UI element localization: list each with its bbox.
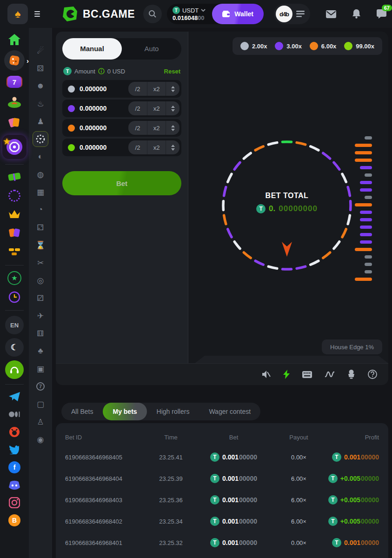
- step-down-icon[interactable]: [171, 109, 175, 112]
- bcgame-logo[interactable]: BC.GAME: [61, 6, 135, 22]
- sidebar-item-live-casino[interactable]: [0, 92, 29, 112]
- step-up-icon[interactable]: [171, 86, 175, 88]
- game-item-blackjack[interactable]: ♣: [29, 342, 52, 360]
- bet-history-row[interactable]: 6190668364696840423.25.39T0.001000006.00…: [65, 468, 379, 489]
- bet-history-row[interactable]: 6190668364696840323.25.36T0.001000006.00…: [65, 489, 379, 511]
- bets-tab-my-bets[interactable]: My bets: [103, 403, 146, 420]
- bet-stepper[interactable]: [166, 82, 179, 96]
- sidebar-item-staking[interactable]: [0, 242, 29, 262]
- sidebar-item-instagram[interactable]: [0, 494, 29, 512]
- step-up-icon[interactable]: [171, 125, 175, 127]
- step-down-icon[interactable]: [171, 148, 175, 151]
- game-item-rocket[interactable]: ✈: [29, 307, 52, 325]
- game-item-plinko[interactable]: ♟: [29, 113, 52, 130]
- step-down-icon[interactable]: [171, 90, 175, 92]
- game-item-wheel[interactable]: [29, 130, 52, 148]
- game-item-wrestle[interactable]: ♙: [29, 413, 52, 431]
- game-item-robot[interactable]: ▣: [29, 360, 52, 378]
- half-bet-button[interactable]: /2: [128, 101, 147, 115]
- tab-auto[interactable]: Auto: [122, 38, 181, 60]
- double-bet-button[interactable]: x2: [147, 140, 166, 154]
- half-bet-button[interactable]: /2: [128, 140, 147, 154]
- search-button[interactable]: [143, 5, 162, 23]
- bets-tab-wager-contest[interactable]: Wager contest: [199, 403, 260, 420]
- game-item-limbo[interactable]: ⌛: [29, 236, 52, 254]
- bet-history-row[interactable]: 6190668364696840223.25.34T0.001000006.00…: [65, 511, 379, 532]
- sidebar-item-language[interactable]: EN: [0, 314, 29, 336]
- half-bet-button[interactable]: /2: [128, 121, 147, 135]
- bets-tab-high-rollers[interactable]: High rollers: [147, 403, 199, 420]
- game-item-classic-dice[interactable]: ⚄: [29, 60, 52, 77]
- sidebar-item-facebook[interactable]: f: [0, 458, 29, 476]
- sound-toggle-button[interactable]: [261, 370, 271, 379]
- wallet-button[interactable]: Wallet: [212, 4, 264, 24]
- sidebar-item-lottery[interactable]: [0, 168, 29, 186]
- sidebar-item-slots[interactable]: 7: [0, 72, 29, 92]
- double-bet-button[interactable]: x2: [147, 101, 166, 115]
- account-menu[interactable]: d4b: [274, 4, 310, 24]
- sidebar-item-vip-club[interactable]: [0, 205, 29, 224]
- bet-stepper[interactable]: [166, 121, 179, 135]
- notifications-button[interactable]: [352, 9, 361, 19]
- double-bet-button[interactable]: x2: [147, 121, 166, 135]
- bet-amount-input[interactable]: 0.000000: [80, 144, 106, 151]
- bet-stepper[interactable]: [166, 101, 179, 115]
- currency-selector[interactable]: T USDT 0.01604800: [167, 7, 212, 21]
- menu-toggle-button[interactable]: [34, 11, 40, 17]
- step-up-icon[interactable]: [171, 106, 175, 108]
- sidebar-item-github[interactable]: [0, 423, 29, 441]
- bonus-spade-button[interactable]: ♠: [7, 4, 28, 24]
- sidebar-item-spin[interactable]: [0, 186, 29, 205]
- game-item-coinflip[interactable]: ◍: [29, 166, 52, 183]
- bet-amount-input[interactable]: 0.000000: [80, 105, 106, 112]
- turbo-toggle-button[interactable]: [283, 370, 290, 379]
- bet-amount-input[interactable]: 0.000000: [80, 85, 106, 93]
- game-item-lucky-seven[interactable]: 7: [29, 378, 52, 395]
- hotkeys-button[interactable]: [302, 371, 312, 378]
- sidebar-item-theme[interactable]: ☾: [0, 336, 29, 359]
- bet-amount-input[interactable]: 0.000000: [80, 124, 106, 132]
- sidebar-item-promotions[interactable]: [0, 112, 29, 133]
- sidebar-item-recent[interactable]: [0, 287, 29, 307]
- bet-button[interactable]: Bet: [62, 171, 181, 195]
- sidebar-item-quests[interactable]: ★: [0, 269, 29, 287]
- bet-stepper[interactable]: [166, 140, 179, 154]
- reset-button[interactable]: Reset: [164, 68, 180, 75]
- sidebar-item-support[interactable]: [0, 359, 29, 381]
- info-icon[interactable]: [98, 68, 105, 74]
- game-item-keno[interactable]: ▦: [29, 183, 52, 201]
- tournament-button[interactable]: [347, 370, 355, 379]
- sidebar-item-home[interactable]: [0, 30, 29, 49]
- game-item-beans[interactable]: ◐: [29, 148, 52, 166]
- bet-history-row[interactable]: 6190668364696840523.25.41T0.001000000.00…: [65, 446, 379, 468]
- game-item-baccarat[interactable]: ◔: [29, 201, 52, 219]
- sidebar-item-telegram[interactable]: [0, 388, 29, 405]
- sidebar-item-twitter[interactable]: [0, 441, 29, 458]
- game-item-monkey[interactable]: ☻: [29, 77, 52, 95]
- sidebar-item-discord[interactable]: [0, 476, 29, 494]
- game-item-twist[interactable]: ◉: [29, 431, 52, 448]
- inbox-button[interactable]: [326, 10, 336, 18]
- step-down-icon[interactable]: [171, 129, 175, 131]
- live-stats-button[interactable]: [325, 371, 335, 378]
- game-item-hilo[interactable]: ✂: [29, 254, 52, 272]
- sidebar-item-cards[interactable]: [0, 224, 29, 242]
- step-up-icon[interactable]: [171, 145, 175, 147]
- sidebar-item-casino[interactable]: ›: [0, 49, 29, 72]
- game-item-video-poker[interactable]: ⚂: [29, 289, 52, 307]
- game-item-roulette[interactable]: ◎: [29, 272, 52, 289]
- bets-tab-all-bets[interactable]: All Bets: [61, 403, 103, 420]
- sidebar-item-bc-originals[interactable]: ★: [0, 133, 29, 161]
- game-item-craps[interactable]: ⚅: [29, 325, 52, 342]
- bet-history-row[interactable]: 6190668364696840123.25.32T0.001000000.00…: [65, 532, 379, 553]
- half-bet-button[interactable]: /2: [128, 82, 147, 96]
- game-item-fireball[interactable]: ♨: [29, 95, 52, 113]
- help-button[interactable]: [368, 370, 377, 379]
- sidebar-item-bitcointalk[interactable]: B: [0, 512, 29, 529]
- game-item-dice-duo[interactable]: ⚁: [29, 219, 52, 236]
- tab-manual[interactable]: Manual: [62, 38, 122, 60]
- chat-button[interactable]: 67: [377, 9, 386, 19]
- sidebar-item-medium[interactable]: [0, 405, 29, 423]
- double-bet-button[interactable]: x2: [147, 82, 166, 96]
- game-item-frame[interactable]: ▢: [29, 395, 52, 413]
